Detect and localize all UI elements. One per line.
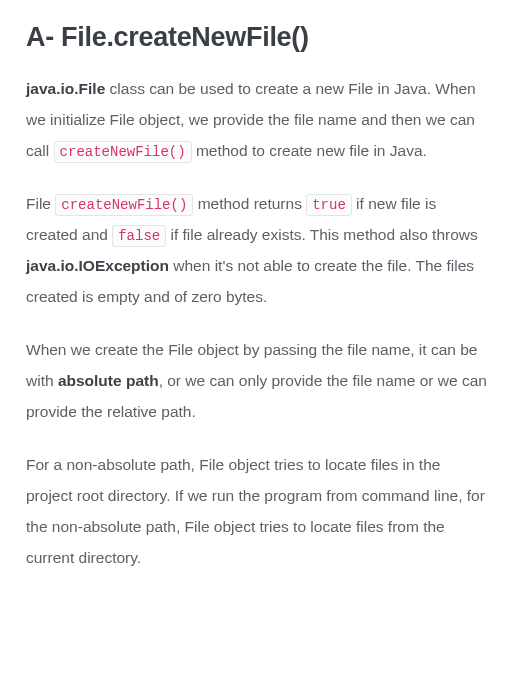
paragraph-1: java.io.File class can be used to create… (26, 73, 487, 166)
text: For a non-absolute path, File object tri… (26, 456, 485, 566)
bold-text: java.io.File (26, 80, 105, 97)
inline-code: true (306, 194, 352, 216)
text: method returns (193, 195, 306, 212)
heading: A- File.createNewFile() (26, 22, 487, 53)
paragraph-4: For a non-absolute path, File object tri… (26, 449, 487, 573)
text: method to create new file in Java. (192, 142, 427, 159)
bold-text: absolute path (58, 372, 159, 389)
text: if file already exists. This method also… (166, 226, 478, 243)
inline-code: createNewFile() (54, 141, 192, 163)
inline-code: createNewFile() (55, 194, 193, 216)
paragraph-2: File createNewFile() method returns true… (26, 188, 487, 312)
inline-code: false (112, 225, 166, 247)
paragraph-3: When we create the File object by passin… (26, 334, 487, 427)
bold-text: java.io.IOException (26, 257, 169, 274)
text: File (26, 195, 55, 212)
